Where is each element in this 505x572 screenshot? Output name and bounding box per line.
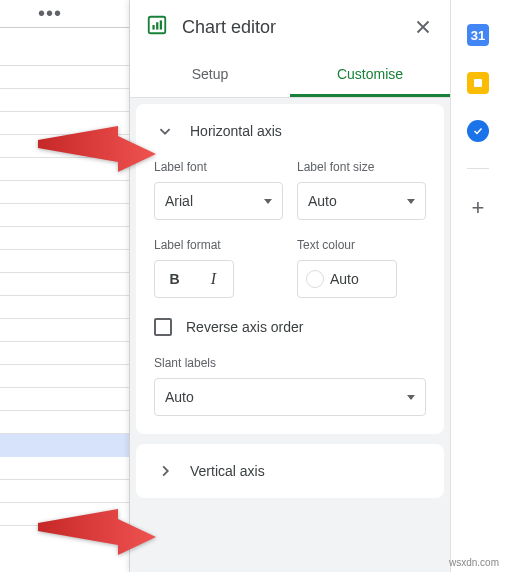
chart-editor-panel: Chart editor Setup Customise Horizontal … <box>130 0 450 572</box>
text-colour-label: Text colour <box>297 238 426 252</box>
vertical-axis-header[interactable]: Vertical axis <box>154 460 426 482</box>
bold-button[interactable]: B <box>155 271 194 287</box>
label-font-dropdown[interactable]: Arial <box>154 182 283 220</box>
watermark: wsxdn.com <box>449 557 499 568</box>
label-font-label: Label font <box>154 160 283 174</box>
add-addon-icon[interactable]: + <box>472 195 485 221</box>
tab-setup[interactable]: Setup <box>130 54 290 97</box>
svg-rect-3 <box>160 20 162 29</box>
reverse-axis-label: Reverse axis order <box>186 319 304 335</box>
slant-labels-value: Auto <box>165 389 194 405</box>
text-colour-dropdown[interactable]: Auto <box>297 260 397 298</box>
checkbox-icon <box>154 318 172 336</box>
svg-rect-2 <box>156 22 158 29</box>
vertical-axis-section: Vertical axis <box>136 444 444 498</box>
svg-marker-5 <box>38 126 156 172</box>
panel-body[interactable]: Horizontal axis Label font Arial Label f… <box>130 98 450 572</box>
svg-rect-4 <box>474 79 482 87</box>
label-font-size-value: Auto <box>308 193 337 209</box>
slant-labels-label: Slant labels <box>154 356 426 370</box>
chevron-right-icon <box>154 460 176 482</box>
caret-down-icon <box>264 199 272 204</box>
spreadsheet-background: ••• <box>0 0 130 572</box>
column-header-row <box>0 28 129 66</box>
chart-icon <box>146 14 168 40</box>
section-title: Horizontal axis <box>190 123 282 139</box>
selected-cell[interactable] <box>0 434 129 457</box>
label-format-label: Label format <box>154 238 283 252</box>
horizontal-axis-header[interactable]: Horizontal axis <box>154 120 426 142</box>
label-format-buttons: B I <box>154 260 234 298</box>
label-font-size-label: Label font size <box>297 160 426 174</box>
close-icon[interactable] <box>412 16 434 38</box>
caret-down-icon <box>407 395 415 400</box>
colour-swatch <box>306 270 324 288</box>
italic-button[interactable]: I <box>194 270 233 288</box>
rail-separator <box>467 168 489 169</box>
horizontal-axis-section: Horizontal axis Label font Arial Label f… <box>136 104 444 434</box>
tasks-icon[interactable] <box>467 120 489 142</box>
slant-labels-dropdown[interactable]: Auto <box>154 378 426 416</box>
tabs: Setup Customise <box>130 54 450 98</box>
label-font-size-dropdown[interactable]: Auto <box>297 182 426 220</box>
svg-marker-6 <box>38 509 156 555</box>
more-icon[interactable]: ••• <box>38 2 62 25</box>
annotation-arrow-2 <box>38 505 158 572</box>
panel-title: Chart editor <box>182 17 412 38</box>
section-title: Vertical axis <box>190 463 265 479</box>
keep-icon[interactable] <box>467 72 489 94</box>
toolbar-remnant: ••• <box>0 0 129 28</box>
caret-down-icon <box>407 199 415 204</box>
side-panel-rail: 31 + <box>450 0 505 572</box>
svg-rect-1 <box>152 25 154 30</box>
tab-customise[interactable]: Customise <box>290 54 450 97</box>
calendar-icon[interactable]: 31 <box>467 24 489 46</box>
label-font-value: Arial <box>165 193 193 209</box>
reverse-axis-checkbox-row[interactable]: Reverse axis order <box>154 318 426 336</box>
panel-header: Chart editor <box>130 0 450 54</box>
annotation-arrow-1 <box>38 122 158 196</box>
text-colour-value: Auto <box>330 271 359 287</box>
